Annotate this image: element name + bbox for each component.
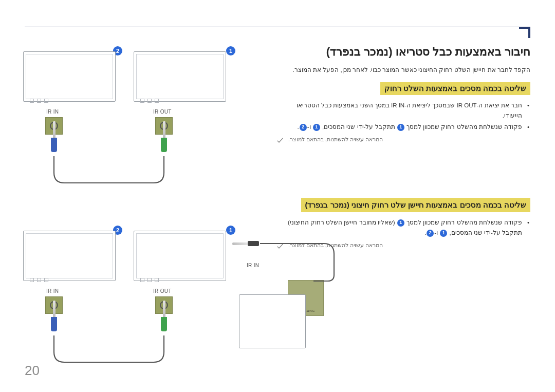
list-item: חבר את יציאת ה-IR OUT שבמסכך ליציאת ה-IR…: [276, 100, 530, 121]
cable-a: [26, 49, 247, 198]
badge-2-inline: 2: [300, 124, 307, 131]
badge-2-inline: 2: [427, 230, 434, 237]
checkmark-icon: [276, 136, 284, 144]
badge-1-inline: 1: [440, 230, 447, 237]
cable-sensor: [231, 229, 344, 362]
cable-b1: [26, 229, 247, 378]
badge-1-inline: 1: [397, 219, 404, 227]
text-column: חיבור באמצעות כבל סטריאו (נמכר בנפרד) הק…: [276, 45, 530, 250]
section1-bullets: חבר את יציאת ה-IR OUT שבמסכך ליציאת ה-IR…: [276, 100, 530, 132]
intro-paragraph: הקפד לחבר את חיישן השלט רחוק החיצוני כאש…: [276, 66, 530, 75]
section1-title: שליטה בכמה מסכים באמצעות השלט רחוק: [380, 82, 530, 95]
list-item: פקודה שנשלחת מהשלט רחוק שמכוון למסך 1 תת…: [276, 122, 530, 132]
badge-1-inline: 1: [397, 124, 404, 131]
section2-title: שליטה בכמה מסכים באמצעות חיישן שלט רחוק …: [301, 198, 531, 212]
diagram-stereo-cable: 1 2 IR OUT IR IN: [26, 49, 247, 198]
badge-1-inline: 1: [313, 124, 320, 131]
page-top-rule: [25, 27, 530, 27]
section1-note: המראה עשויה להשתנות, בהתאם למוצר.: [276, 136, 530, 144]
note-text: המראה עשויה להשתנות, בהתאם למוצר.: [288, 136, 383, 142]
diagram-external-sensor: 1 2 IR OUT IR IN IR IN SAMSUNG: [26, 229, 344, 362]
page-number: 20: [25, 363, 40, 379]
main-title: חיבור באמצעות כבל סטריאו (נמכר בנפרד): [276, 45, 530, 59]
corner-mark-icon: [519, 27, 530, 38]
